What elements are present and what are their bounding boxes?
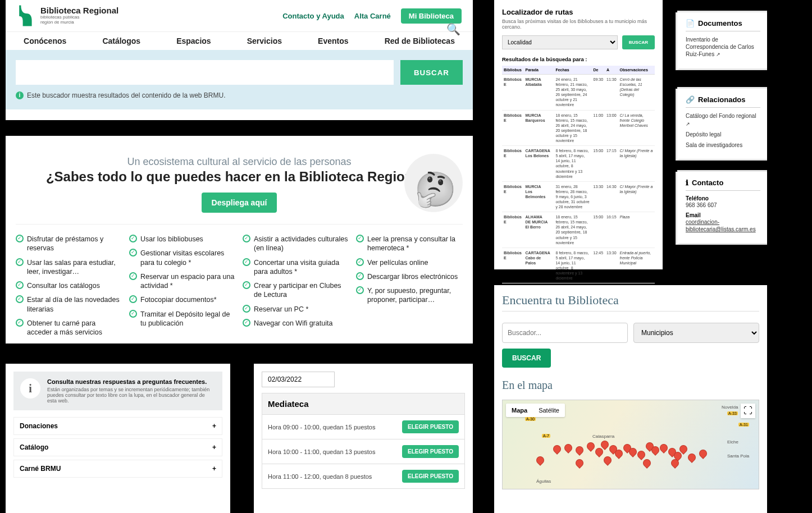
thinking-man-image [394, 149, 473, 233]
feature-item[interactable]: ✓Reservar un PC * [243, 305, 349, 314]
logo-title: Biblioteca Regional [40, 6, 118, 16]
faq-subtitle: Están organizadas por temas y se increme… [47, 387, 216, 404]
feature-item[interactable]: ✓Estar al día de las novedades literaria… [16, 295, 122, 314]
nav-item[interactable]: Red de Bibliotecas [385, 36, 455, 45]
check-icon: ✓ [129, 235, 137, 242]
column-header: Bibliobus [502, 66, 524, 75]
check-icon: ✓ [16, 235, 24, 242]
library-search-input[interactable] [502, 323, 628, 343]
map-pin[interactable] [535, 455, 546, 466]
map-tab[interactable]: Mapa [506, 404, 533, 417]
related-link[interactable]: Sala de investigadores [686, 141, 760, 149]
map-pin[interactable] [686, 452, 697, 463]
map-pin[interactable] [574, 445, 585, 456]
table-row: Bibliobús EALHAMADE MURCIA El Berro18 en… [502, 212, 655, 248]
related-link[interactable]: Catálogo del Fondo regional [686, 112, 760, 127]
city-label: Elche [727, 439, 738, 445]
feature-item[interactable]: ✓Concertar una visita guiada para adulto… [243, 258, 349, 277]
plus-icon: + [212, 422, 216, 430]
mi-biblioteca-button[interactable]: Mi Biblioteca [401, 8, 462, 24]
time-slot: Hora 09:00 - 10:00, quedan 15 puestosELE… [262, 415, 465, 439]
nav-item[interactable]: Eventos [318, 36, 348, 45]
search-icon[interactable]: 🔍 [446, 22, 460, 36]
elegir-puesto-button[interactable]: ELEGIR PUESTO [402, 470, 459, 483]
feature-item[interactable]: ✓Crear y participar en Clubes de Lectura [243, 281, 349, 300]
road-label: A-30 [525, 417, 536, 421]
feature-item[interactable]: ✓Usar los bibliobuses [129, 235, 236, 244]
elegir-puesto-button[interactable]: ELEGIR PUESTO [402, 420, 459, 433]
feature-item[interactable]: ✓Obtener tu carné para acceder a más ser… [16, 319, 122, 337]
logo[interactable]: Biblioteca Regional bibliotecas públicas… [17, 4, 118, 27]
feature-item[interactable]: ✓Tramitar el Depósito legal de tu public… [129, 310, 236, 328]
map-pin[interactable] [563, 442, 574, 454]
road-label: A-7 [542, 434, 550, 438]
check-icon: ✓ [16, 295, 24, 303]
municipios-select[interactable]: Municipios [633, 323, 759, 343]
nav-item[interactable]: Conócenos [24, 36, 66, 45]
map[interactable]: Mapa Satélite A-30A-33A-31A-7CalasparraN… [502, 400, 759, 489]
document-icon: 📄 [686, 19, 695, 28]
map-pin[interactable] [585, 441, 596, 452]
doc-link[interactable]: Inventario de Correspondencia de Carlos … [686, 36, 760, 58]
map-pin[interactable] [574, 457, 585, 469]
related-link[interactable]: Depósito legal [686, 131, 760, 138]
feature-item[interactable]: ✓Usar las salas para estudiar, leer, inv… [16, 258, 122, 277]
check-icon: ✓ [16, 319, 24, 327]
time-slot: Hora 10:00 - 11:00, quedan 13 puestosELE… [262, 439, 465, 464]
email-value[interactable]: coordinacion-bibliotecaria@listas.carm.e… [686, 218, 760, 233]
feature-item[interactable]: ✓Leer la prensa y consultar la hemerotec… [356, 235, 463, 253]
link-icon: 🔗 [686, 95, 695, 104]
feature-item[interactable]: ✓Reservar un espacio para una actividad … [129, 272, 236, 291]
library-buscar-button[interactable]: BUSCAR [502, 349, 551, 368]
results-heading: Resultados de la búsqueda para : [502, 56, 655, 62]
satellite-tab[interactable]: Satélite [533, 404, 565, 417]
info-icon: ℹ [686, 178, 688, 187]
map-pin[interactable] [697, 448, 709, 459]
buscar-button[interactable]: BUSCAR [400, 60, 463, 85]
map-pin[interactable] [636, 449, 647, 460]
feature-item[interactable]: ✓Ver películas online [356, 258, 463, 267]
date-input[interactable] [262, 372, 335, 387]
map-pin[interactable] [551, 443, 563, 455]
feature-item[interactable]: ✓Gestionar visitas escolares para tu col… [129, 249, 236, 267]
check-icon: ✓ [243, 319, 250, 327]
info-icon: i [20, 378, 40, 399]
column-header: Fechas [554, 66, 591, 75]
column-header: De [592, 66, 605, 75]
bibliobus-buscar-button[interactable]: BUSCAR [622, 35, 655, 49]
nav-item[interactable]: Espacios [176, 36, 211, 45]
elegir-puesto-button[interactable]: ELEGIR PUESTO [402, 445, 459, 458]
feature-item[interactable]: ✓Consultar los catálogos [16, 281, 122, 290]
localidad-select[interactable]: Localidad [502, 35, 618, 49]
table-row: Bibliobús EMURCIALos Belmontes31 enero, … [502, 181, 655, 212]
road-label: A-31 [738, 423, 749, 427]
accordion-item[interactable]: Donaciones+ [13, 417, 222, 435]
site-search-input[interactable] [16, 60, 394, 85]
feature-item[interactable]: ✓Disfrutar de préstamos y reservas [16, 235, 122, 253]
map-pin[interactable] [641, 457, 653, 469]
plus-icon: + [212, 443, 216, 451]
feature-item[interactable]: ✓Asistir a actividades culturales (en lí… [243, 235, 349, 253]
related-heading: Relacionados [698, 95, 746, 104]
feature-item[interactable]: ✓Descargar libros electrónicos [356, 272, 463, 281]
map-pin[interactable] [602, 455, 613, 466]
nav-item[interactable]: Catálogos [102, 36, 140, 45]
feature-item[interactable]: ✓Y, por supuesto, preguntar, proponer, p… [356, 286, 463, 305]
accordion-item[interactable]: Catálogo+ [13, 438, 222, 456]
feature-item[interactable]: ✓Fotocopiar documentos* [129, 295, 236, 304]
time-slot: Hora 11:00 - 12:00, quedan 8 puestosELEG… [262, 464, 465, 489]
check-icon: ✓ [129, 310, 137, 318]
fullscreen-button[interactable] [741, 404, 755, 418]
table-row: Bibliobús EMURCIAAlbatalía24 enero, 21 f… [502, 75, 655, 111]
check-icon: ✓ [243, 258, 250, 266]
email-label: Email [686, 212, 760, 218]
nav-item[interactable]: Servicios [247, 36, 282, 45]
check-icon: ✓ [356, 235, 364, 242]
plus-icon: + [212, 465, 216, 473]
column-header: A [605, 66, 618, 75]
alta-carne-link[interactable]: Alta Carné [354, 12, 391, 20]
despliega-button[interactable]: Despliega aquí [202, 193, 277, 213]
contacto-link[interactable]: Contacto y Ayuda [282, 12, 344, 20]
feature-item[interactable]: ✓Navegar con Wifi gratuita [243, 319, 349, 328]
accordion-item[interactable]: Carné BRMU+ [13, 460, 222, 478]
